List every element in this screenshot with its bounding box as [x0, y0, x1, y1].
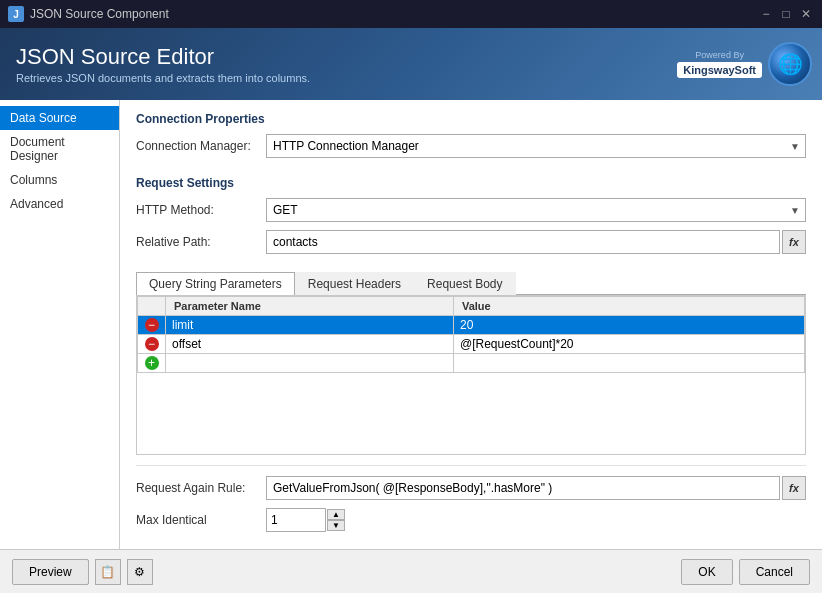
- param-value-cell[interactable]: @[RequestCount]*20: [453, 335, 804, 354]
- editor-title: JSON Source Editor: [16, 44, 310, 70]
- footer-right: OK Cancel: [681, 559, 810, 585]
- request-again-row: Request Again Rule: fx: [136, 476, 806, 500]
- max-identical-label: Max Identical: [136, 513, 266, 527]
- maximize-button[interactable]: □: [778, 6, 794, 22]
- http-method-select[interactable]: GET POST PUT DELETE PATCH: [266, 198, 806, 222]
- max-identical-spinner: ▲ ▼: [266, 508, 345, 532]
- bottom-fields: Request Again Rule: fx Max Identical ▲ ▼: [136, 455, 806, 540]
- sidebar-item-columns[interactable]: Columns: [0, 168, 119, 192]
- window-title: JSON Source Component: [30, 7, 752, 21]
- max-identical-input[interactable]: [266, 508, 326, 532]
- add-param-cell: [138, 354, 166, 373]
- connection-manager-select[interactable]: HTTP Connection Manager: [266, 134, 806, 158]
- connection-manager-label: Connection Manager:: [136, 139, 266, 153]
- request-again-fx-button[interactable]: fx: [782, 476, 806, 500]
- relative-path-label: Relative Path:: [136, 235, 266, 249]
- spinner-down-button[interactable]: ▼: [327, 520, 345, 531]
- window-controls: − □ ✕: [758, 6, 814, 22]
- param-name-cell[interactable]: limit: [166, 316, 454, 335]
- connection-manager-wrapper: HTTP Connection Manager ▼: [266, 134, 806, 158]
- footer-icon-btn-1[interactable]: 📋: [95, 559, 121, 585]
- relative-path-input[interactable]: [266, 230, 780, 254]
- remove-row-2-button[interactable]: [145, 337, 159, 351]
- max-identical-row: Max Identical ▲ ▼: [136, 508, 806, 532]
- spinner-up-button[interactable]: ▲: [327, 509, 345, 520]
- minimize-button[interactable]: −: [758, 6, 774, 22]
- params-table-container: Parameter Name Value limit: [136, 295, 806, 455]
- sidebar: Data Source Document Designer Columns Ad…: [0, 100, 120, 549]
- params-table: Parameter Name Value limit: [137, 296, 805, 373]
- app-icon: J: [8, 6, 24, 22]
- param-value-cell[interactable]: 20: [453, 316, 804, 335]
- sidebar-item-advanced[interactable]: Advanced: [0, 192, 119, 216]
- content-area: Connection Properties Connection Manager…: [120, 100, 822, 549]
- titlebar: J JSON Source Component − □ ✕: [0, 0, 822, 28]
- add-param-value-cell: [453, 354, 804, 373]
- divider: [136, 465, 806, 466]
- globe-icon: 🌐: [768, 42, 812, 86]
- table-row[interactable]: limit 20: [138, 316, 805, 335]
- brand-logo: Powered By KingswaySoft: [677, 50, 762, 78]
- row-remove-cell: [138, 335, 166, 354]
- table-row[interactable]: offset @[RequestCount]*20: [138, 335, 805, 354]
- sidebar-item-documentdesigner[interactable]: Document Designer: [0, 130, 119, 168]
- add-param-row[interactable]: [138, 354, 805, 373]
- close-button[interactable]: ✕: [798, 6, 814, 22]
- remove-row-1-button[interactable]: [145, 318, 159, 332]
- main-container: Data Source Document Designer Columns Ad…: [0, 100, 822, 549]
- cancel-button[interactable]: Cancel: [739, 559, 810, 585]
- request-settings-title: Request Settings: [136, 176, 806, 190]
- footer: Preview 📋 ⚙ OK Cancel: [0, 549, 822, 593]
- sidebar-item-datasource[interactable]: Data Source: [0, 106, 119, 130]
- http-method-label: HTTP Method:: [136, 203, 266, 217]
- tab-bar: Query String Parameters Request Headers …: [136, 272, 806, 295]
- col-name-header: Parameter Name: [166, 297, 454, 316]
- header-text: JSON Source Editor Retrieves JSON docume…: [16, 44, 310, 84]
- footer-icon-btn-2[interactable]: ⚙: [127, 559, 153, 585]
- add-param-name-cell: [166, 354, 454, 373]
- powered-by-text: Powered By: [695, 50, 744, 60]
- row-remove-cell: [138, 316, 166, 335]
- tab-request-body[interactable]: Request Body: [414, 272, 515, 295]
- param-name-cell[interactable]: offset: [166, 335, 454, 354]
- request-again-input[interactable]: [266, 476, 780, 500]
- tab-request-headers[interactable]: Request Headers: [295, 272, 414, 295]
- brand-badge: KingswaySoft: [677, 62, 762, 78]
- preview-button[interactable]: Preview: [12, 559, 89, 585]
- header: JSON Source Editor Retrieves JSON docume…: [0, 28, 822, 100]
- relative-path-fx-button[interactable]: fx: [782, 230, 806, 254]
- tabs-container: Query String Parameters Request Headers …: [136, 272, 806, 455]
- spinner-buttons: ▲ ▼: [327, 509, 345, 531]
- tab-query-string[interactable]: Query String Parameters: [136, 272, 295, 295]
- http-method-wrapper: GET POST PUT DELETE PATCH ▼: [266, 198, 806, 222]
- http-method-row: HTTP Method: GET POST PUT DELETE PATCH ▼: [136, 198, 806, 222]
- connection-manager-row: Connection Manager: HTTP Connection Mana…: [136, 134, 806, 158]
- brand-name: KingswaySoft: [683, 64, 756, 76]
- col-value-header: Value: [453, 297, 804, 316]
- editor-subtitle: Retrieves JSON documents and extracts th…: [16, 72, 310, 84]
- request-again-label: Request Again Rule:: [136, 481, 266, 495]
- add-param-button[interactable]: [145, 356, 159, 370]
- ok-button[interactable]: OK: [681, 559, 732, 585]
- relative-path-row: Relative Path: fx: [136, 230, 806, 254]
- connection-properties-title: Connection Properties: [136, 112, 806, 126]
- col-icon-header: [138, 297, 166, 316]
